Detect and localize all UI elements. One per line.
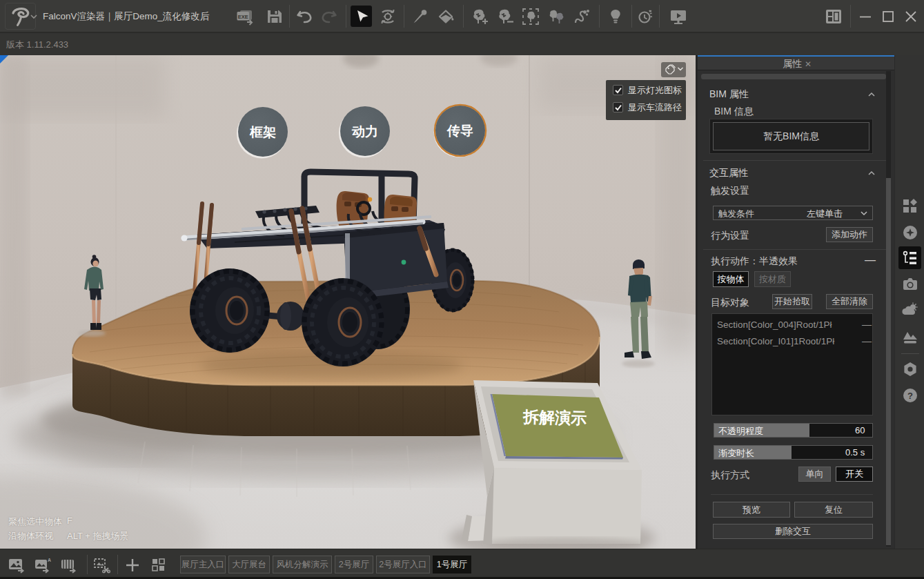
svg-text:AI: AI bbox=[48, 558, 51, 562]
svg-text:框架: 框架 bbox=[249, 125, 276, 139]
svg-text:EXE: EXE bbox=[238, 14, 248, 20]
svg-text:传导: 传导 bbox=[446, 124, 473, 138]
svg-text:动力: 动力 bbox=[351, 124, 378, 139]
svg-text:拆解演示: 拆解演示 bbox=[522, 408, 587, 427]
svg-text:?: ? bbox=[907, 391, 913, 401]
